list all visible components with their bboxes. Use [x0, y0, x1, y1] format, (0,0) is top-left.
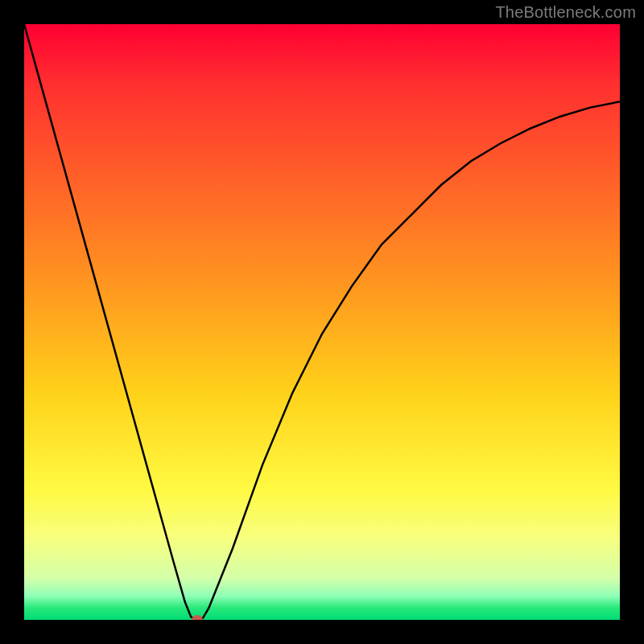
plot-area [24, 24, 620, 620]
watermark-text: TheBottleneck.com [495, 3, 636, 22]
bottleneck-curve [24, 24, 620, 620]
optimum-marker [192, 615, 203, 620]
curve-path [24, 24, 620, 620]
chart-frame: TheBottleneck.com [0, 0, 644, 644]
